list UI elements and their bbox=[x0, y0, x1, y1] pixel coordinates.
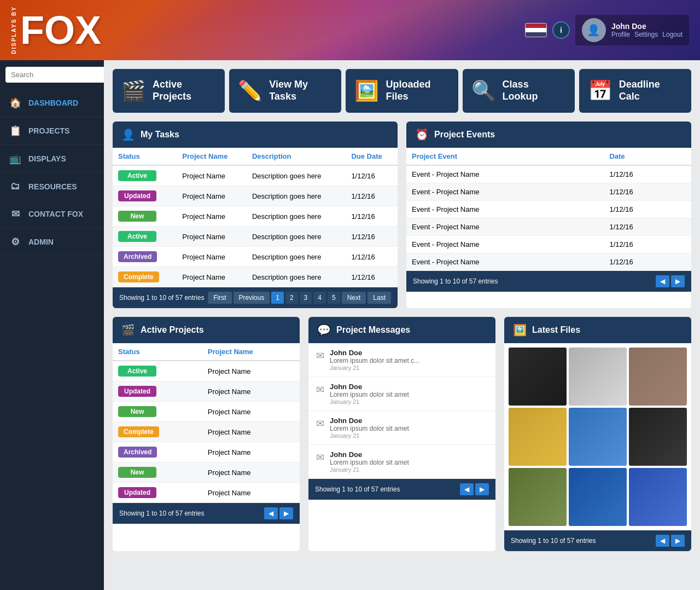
ap-status-cell: Updated bbox=[113, 483, 202, 503]
sidebar-item-projects[interactable]: 📋 PROJECTS bbox=[0, 117, 104, 145]
info-button[interactable]: i bbox=[552, 21, 570, 39]
page-3-btn[interactable]: 3 bbox=[300, 292, 312, 304]
settings-link[interactable]: Settings bbox=[634, 31, 658, 38]
table-row[interactable]: Updated Project Name bbox=[113, 483, 300, 503]
event-date-cell: 1/12/16 bbox=[604, 218, 691, 236]
project-cell: Project Name bbox=[177, 247, 247, 267]
user-name: John Doe bbox=[611, 22, 682, 31]
ap-next-btn[interactable]: ▶ bbox=[279, 507, 293, 519]
table-row[interactable]: Complete Project Name Description goes h… bbox=[113, 267, 398, 287]
next-btn[interactable]: Next bbox=[342, 292, 366, 304]
sidebar-item-resources[interactable]: 🗂 RESOURCES bbox=[0, 173, 104, 200]
file-thumbnail[interactable] bbox=[569, 408, 627, 466]
last-btn[interactable]: Last bbox=[368, 292, 391, 304]
image-icon: 🖼️ bbox=[513, 323, 527, 337]
col-status: Status bbox=[113, 148, 177, 165]
file-thumbnail[interactable] bbox=[569, 468, 627, 526]
qnav-class-lookup[interactable]: 🔍 ClassLookup bbox=[463, 69, 575, 113]
qnav-active-projects[interactable]: 🎬 ActiveProjects bbox=[113, 69, 225, 113]
table-row[interactable]: Event - Project Name 1/12/16 bbox=[406, 165, 691, 183]
table-row[interactable]: Active Project Name Description goes her… bbox=[113, 227, 398, 247]
file-thumbnail[interactable] bbox=[509, 468, 567, 526]
qnav-view-my-tasks[interactable]: ✏️ View MyTasks bbox=[229, 69, 341, 113]
table-row[interactable]: New Project Name bbox=[113, 402, 300, 422]
messages-list: ✉ John Doe Lorem ipsum dolor sit amet c.… bbox=[308, 343, 495, 479]
message-item[interactable]: ✉ John Doe Lorem ipsum dolor sit amet Ja… bbox=[308, 445, 495, 479]
msg-content: John Doe Lorem ipsum dolor sit amet Janu… bbox=[330, 450, 488, 473]
sidebar-item-dashboard[interactable]: 🏠 DASHBOARD bbox=[0, 89, 104, 117]
page-5-btn[interactable]: 5 bbox=[328, 292, 340, 304]
logout-link[interactable]: Logout bbox=[662, 31, 682, 38]
page-2-btn[interactable]: 2 bbox=[285, 292, 298, 304]
search-input[interactable] bbox=[5, 67, 108, 83]
msg-date: January 21 bbox=[330, 398, 488, 405]
my-tasks-page-btns: First Previous 1 2 3 4 5 Next Last bbox=[208, 292, 391, 304]
table-row[interactable]: Event - Project Name 1/12/16 bbox=[406, 201, 691, 218]
ap-project-cell: Project Name bbox=[202, 361, 300, 381]
table-row[interactable]: New Project Name Description goes here 1… bbox=[113, 206, 398, 227]
envelope-icon: ✉ bbox=[316, 384, 324, 396]
file-thumbnail[interactable] bbox=[629, 468, 687, 526]
sidebar-label-admin: ADMIN bbox=[28, 238, 54, 246]
event-cell: Event - Project Name bbox=[406, 183, 604, 201]
content-area: 🎬 ActiveProjects ✏️ View MyTasks 🖼️ Uplo… bbox=[104, 60, 700, 590]
file-thumbnail[interactable] bbox=[569, 348, 627, 406]
ap-project-cell: Project Name bbox=[202, 422, 300, 442]
table-row[interactable]: Archived Project Name bbox=[113, 442, 300, 462]
events-prev-btn[interactable]: ◀ bbox=[656, 275, 669, 287]
message-icon: 💬 bbox=[317, 323, 331, 337]
page-1-btn[interactable]: 1 bbox=[271, 292, 284, 304]
event-date-cell: 1/12/16 bbox=[604, 165, 691, 183]
message-item[interactable]: ✉ John Doe Lorem ipsum dolor sit amet Ja… bbox=[308, 411, 495, 445]
page-4-btn[interactable]: 4 bbox=[313, 292, 326, 304]
table-row[interactable]: Updated Project Name Description goes he… bbox=[113, 186, 398, 206]
prev-btn[interactable]: Previous bbox=[234, 292, 270, 304]
project-events-table: Project Event Date Event - Project Name … bbox=[406, 148, 691, 271]
msg-prev-btn[interactable]: ◀ bbox=[460, 483, 474, 495]
sidebar-item-contact-fox[interactable]: ✉ CONTACT FOX bbox=[0, 200, 104, 228]
messages-pagination: Showing 1 to 10 of 57 entries ◀ ▶ bbox=[308, 479, 495, 500]
table-row[interactable]: Complete Project Name bbox=[113, 422, 300, 442]
message-item[interactable]: ✉ John Doe Lorem ipsum dolor sit amet Ja… bbox=[308, 377, 495, 411]
events-next-btn[interactable]: ▶ bbox=[671, 275, 685, 287]
status-badge: Active bbox=[118, 231, 156, 242]
ap-showing: Showing 1 to 10 of 57 entries bbox=[119, 510, 204, 517]
table-row[interactable]: Event - Project Name 1/12/16 bbox=[406, 183, 691, 201]
sidebar-item-admin[interactable]: ⚙ ADMIN bbox=[0, 228, 104, 256]
first-btn[interactable]: First bbox=[208, 292, 231, 304]
status-badge: Updated bbox=[118, 386, 156, 397]
my-tasks-showing: Showing 1 to 10 of 57 entries bbox=[119, 294, 204, 302]
project-events-header: ⏰ Project Events bbox=[406, 122, 691, 148]
table-row[interactable]: Updated Project Name bbox=[113, 381, 300, 402]
msg-text: Lorem ipsum dolor sit amet bbox=[330, 459, 488, 466]
msg-content: John Doe Lorem ipsum dolor sit amet Janu… bbox=[330, 383, 488, 405]
table-row[interactable]: Event - Project Name 1/12/16 bbox=[406, 253, 691, 271]
files-prev-btn[interactable]: ◀ bbox=[656, 535, 669, 547]
photo-icon: 🖼️ bbox=[354, 79, 379, 102]
logo: DISPLAYS BY FOX bbox=[11, 6, 101, 54]
table-row[interactable]: Archived Project Name Description goes h… bbox=[113, 247, 398, 267]
msg-next-btn[interactable]: ▶ bbox=[475, 483, 489, 495]
profile-link[interactable]: Profile bbox=[611, 31, 630, 38]
table-row[interactable]: Event - Project Name 1/12/16 bbox=[406, 236, 691, 253]
ap-page-btns: ◀ ▶ bbox=[264, 507, 293, 519]
file-thumbnail[interactable] bbox=[629, 408, 687, 466]
user-icon: 👤 bbox=[121, 128, 135, 141]
table-row[interactable]: Active Project Name bbox=[113, 361, 300, 381]
file-thumbnail[interactable] bbox=[509, 348, 567, 406]
table-row[interactable]: Event - Project Name 1/12/16 bbox=[406, 218, 691, 236]
file-thumbnail[interactable] bbox=[509, 408, 567, 466]
due-date-cell: 1/12/16 bbox=[346, 165, 398, 186]
qnav-uploaded-files[interactable]: 🖼️ UploadedFiles bbox=[346, 69, 458, 113]
flag-icon[interactable] bbox=[525, 23, 547, 37]
files-next-btn[interactable]: ▶ bbox=[671, 535, 685, 547]
qnav-deadline-calc[interactable]: 📅 DeadlineCalc bbox=[579, 69, 691, 113]
table-row[interactable]: Active Project Name Description goes her… bbox=[113, 165, 398, 186]
table-row[interactable]: New Project Name bbox=[113, 462, 300, 483]
file-thumbnail[interactable] bbox=[629, 348, 687, 406]
message-item[interactable]: ✉ John Doe Lorem ipsum dolor sit amet c.… bbox=[308, 343, 495, 377]
sidebar-label-contact: CONTACT FOX bbox=[28, 210, 83, 218]
ap-prev-btn[interactable]: ◀ bbox=[264, 507, 278, 519]
sidebar-item-displays[interactable]: 📺 DISPLAYS bbox=[0, 145, 104, 173]
header: DISPLAYS BY FOX i 👤 John Doe Profile Set… bbox=[0, 0, 700, 60]
